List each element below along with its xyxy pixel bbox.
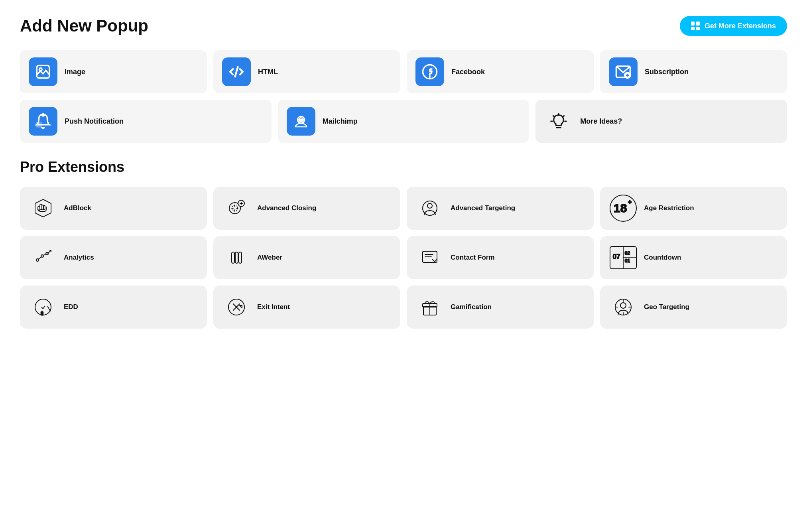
subscription-icon-wrap <box>609 57 638 86</box>
svg-text:$: $ <box>41 311 43 316</box>
aweber-icon-wrap <box>223 244 250 271</box>
svg-text:+: + <box>628 199 632 205</box>
countdown-icon-wrap: 07 02 01 <box>610 246 637 269</box>
card-push-notification[interactable]: Push Notification <box>20 100 272 143</box>
subscription-icon <box>615 63 632 80</box>
svg-point-62 <box>620 303 626 308</box>
pro-section-title: Pro Extensions <box>20 159 787 175</box>
image-icon-wrap <box>29 57 57 86</box>
analytics-icon <box>33 247 53 268</box>
gamification-icon-wrap <box>416 294 443 321</box>
grid-icon <box>691 22 700 30</box>
svg-point-1 <box>39 68 42 71</box>
card-more-ideas[interactable]: More Ideas? <box>535 100 787 143</box>
analytics-icon-wrap <box>30 244 57 271</box>
pro-card-geo-targeting[interactable]: Geo Targeting <box>600 286 787 329</box>
pro-card-geo-targeting-label: Geo Targeting <box>644 303 689 311</box>
svg-line-41 <box>48 250 51 253</box>
advanced-closing-icon-wrap <box>223 195 250 222</box>
page-title: Add New Popup <box>20 16 148 35</box>
age-restriction-icon: 18 + <box>611 196 635 220</box>
card-html-label: HTML <box>258 68 278 76</box>
mailchimp-icon-wrap <box>287 107 315 136</box>
contact-form-icon-wrap <box>416 244 443 271</box>
countdown-icon: 07 02 01 <box>610 246 636 269</box>
get-extensions-button[interactable]: Get More Extensions <box>680 16 787 36</box>
advanced-targeting-icon <box>419 198 440 219</box>
card-push-notification-label: Push Notification <box>65 117 124 126</box>
pro-card-exit-intent[interactable]: Exit Intent <box>213 286 400 329</box>
pro-card-analytics-label: Analytics <box>64 254 94 262</box>
svg-line-39 <box>38 257 41 259</box>
bulb-icon <box>550 113 567 130</box>
card-subscription-label: Subscription <box>645 68 689 76</box>
svg-line-2 <box>235 67 238 77</box>
card-image[interactable]: Image <box>20 50 207 93</box>
adblock-icon-wrap <box>30 195 57 222</box>
pro-card-analytics[interactable]: Analytics <box>20 236 207 279</box>
svg-line-40 <box>43 254 46 255</box>
popup-type-grid-row2: Push Notification Mailchimp <box>20 100 787 143</box>
svg-point-11 <box>299 119 300 121</box>
svg-text:18: 18 <box>614 201 627 215</box>
advanced-targeting-icon-wrap <box>416 195 443 222</box>
pro-card-age-restriction-label: Age Restriction <box>644 204 694 212</box>
pro-card-advanced-closing[interactable]: Advanced Closing <box>213 187 400 230</box>
svg-rect-42 <box>232 252 234 263</box>
adblock-icon <box>33 198 53 219</box>
age-restriction-icon-wrap: 18 + <box>610 195 637 222</box>
pro-card-exit-intent-label: Exit Intent <box>257 303 290 311</box>
svg-point-33 <box>427 203 432 208</box>
more-ideas-icon-wrap <box>544 107 573 136</box>
html-icon-wrap <box>222 57 251 86</box>
card-more-ideas-label: More Ideas? <box>580 117 622 126</box>
edd-icon-wrap: $ <box>30 294 57 321</box>
svg-text:02: 02 <box>625 250 630 256</box>
pro-card-countdown-label: Countdown <box>644 254 681 262</box>
pro-card-edd-label: EDD <box>64 303 78 311</box>
pro-grid-row1: AdBlock Advanced Closing <box>20 187 787 230</box>
geo-targeting-icon <box>613 297 634 317</box>
facebook-icon <box>421 63 438 80</box>
pro-card-gamification[interactable]: Gamification <box>407 286 594 329</box>
svg-rect-43 <box>235 252 238 263</box>
edd-icon: $ <box>33 297 53 317</box>
card-mailchimp-label: Mailchimp <box>323 117 358 126</box>
svg-point-8 <box>42 114 44 116</box>
pro-card-edd[interactable]: $ EDD <box>20 286 207 329</box>
pro-card-adblock-label: AdBlock <box>64 204 91 212</box>
card-subscription[interactable]: Subscription <box>600 50 787 93</box>
svg-point-12 <box>301 119 303 121</box>
svg-rect-21 <box>43 205 45 210</box>
push-notification-icon-wrap <box>29 107 57 136</box>
svg-rect-44 <box>239 252 242 263</box>
card-image-label: Image <box>65 68 85 76</box>
pro-grid-row3: $ EDD Exit Intent <box>20 286 787 329</box>
pro-card-adblock[interactable]: AdBlock <box>20 187 207 230</box>
pro-card-contact-form[interactable]: Contact Form <box>407 236 594 279</box>
mailchimp-icon <box>293 113 309 130</box>
card-facebook[interactable]: Facebook <box>407 50 594 93</box>
facebook-icon-wrap <box>415 57 444 86</box>
pro-card-advanced-targeting[interactable]: Advanced Targeting <box>407 187 594 230</box>
pro-card-advanced-targeting-label: Advanced Targeting <box>451 204 515 212</box>
card-html[interactable]: HTML <box>213 50 400 93</box>
svg-text:07: 07 <box>613 253 620 260</box>
advanced-closing-icon <box>226 198 247 219</box>
pro-card-aweber-label: AWeber <box>257 254 282 262</box>
pro-card-contact-form-label: Contact Form <box>451 254 495 262</box>
geo-targeting-icon-wrap <box>610 294 637 321</box>
card-mailchimp[interactable]: Mailchimp <box>278 100 529 143</box>
svg-line-17 <box>563 116 564 116</box>
pro-card-age-restriction[interactable]: 18 + Age Restriction <box>600 187 787 230</box>
pro-card-advanced-closing-label: Advanced Closing <box>257 204 316 212</box>
pro-card-aweber[interactable]: AWeber <box>213 236 400 279</box>
gamification-icon <box>419 297 440 317</box>
popup-type-grid-row1: Image HTML Facebook <box>20 50 787 93</box>
pro-card-countdown[interactable]: 07 02 01 Countdown <box>600 236 787 279</box>
aweber-icon <box>226 247 247 268</box>
svg-marker-18 <box>35 199 51 217</box>
exit-intent-icon-wrap <box>223 294 250 321</box>
contact-form-icon <box>419 247 440 268</box>
pro-card-gamification-label: Gamification <box>451 303 492 311</box>
